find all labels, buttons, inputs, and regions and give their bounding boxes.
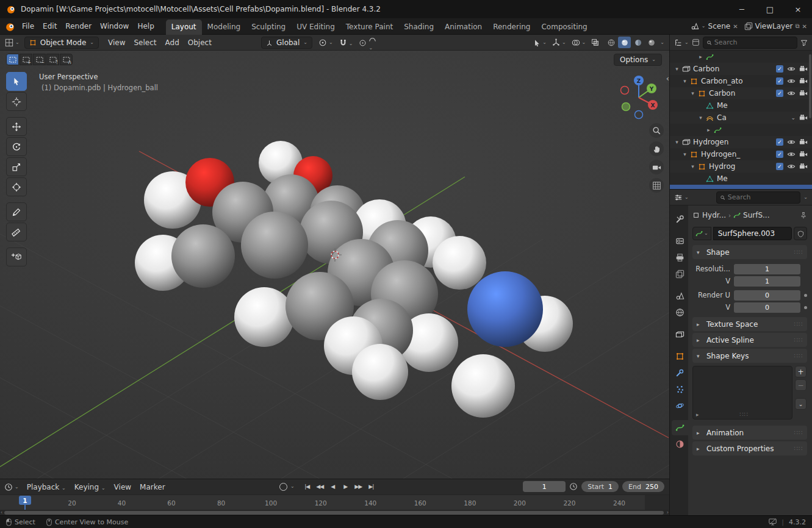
number-field-v[interactable]: 1 <box>734 276 800 287</box>
fake-user-shield-icon[interactable] <box>794 227 807 240</box>
camera-icon[interactable] <box>799 138 808 146</box>
panel-custom-properties[interactable]: ▸ Custom Properties ∷∷ <box>692 441 807 455</box>
transport-next-keyframe[interactable]: ▶▶ <box>353 481 364 492</box>
shading-solid-button[interactable] <box>618 37 631 48</box>
scene-browse-icon[interactable] <box>691 22 699 30</box>
chevron-down-icon[interactable]: ▾ <box>681 151 689 157</box>
atom-hydrogen[interactable] <box>433 236 486 290</box>
outliner-row-carbon[interactable]: ▾Carbon✓ <box>670 63 812 75</box>
panel-grip-icon[interactable]: ∷∷ <box>794 352 803 359</box>
panel-active-spline[interactable]: ▸ Active Spline ∷∷ <box>692 333 807 347</box>
list-filter-toggle-icon[interactable]: ▸ <box>696 412 699 418</box>
outliner-search[interactable] <box>703 37 797 49</box>
properties-tab-object[interactable] <box>672 349 688 364</box>
outliner-item-label[interactable]: Ca <box>717 113 791 122</box>
outliner-item-label[interactable]: Hydrogen_ <box>701 150 776 159</box>
timeline-menu-keying[interactable]: Keying ⌄ <box>70 481 110 493</box>
select-mode-extend[interactable]: + <box>20 54 32 65</box>
snap-target-dropdown[interactable]: ⌄ <box>349 38 353 47</box>
datablock-browse-dropdown[interactable]: ⌄ <box>692 227 711 240</box>
shading-material-button[interactable] <box>631 37 644 48</box>
gizmos-dropdown[interactable]: ⌄ <box>552 38 566 46</box>
menu-file[interactable]: File <box>18 20 38 32</box>
scale-tool[interactable] <box>6 157 27 176</box>
transform-tool[interactable] <box>6 177 27 196</box>
gizmo-negative-y[interactable] <box>622 103 630 111</box>
properties-options-dropdown[interactable]: ⌄ <box>803 195 808 200</box>
auto-keying-record-icon[interactable] <box>279 483 287 491</box>
workspace-tab-shading[interactable]: Shading <box>398 20 439 35</box>
panel-grip-icon[interactable]: ∷∷ <box>794 445 803 452</box>
breadcrumb-data[interactable]: SurfS... <box>743 211 769 219</box>
properties-tab-object-data[interactable] <box>672 420 688 435</box>
transport-previous-keyframe[interactable]: ◀◀ <box>314 481 326 492</box>
properties-tab-material[interactable] <box>672 437 688 452</box>
add-shape-key-button[interactable]: + <box>795 366 807 377</box>
atom-hydrogen[interactable] <box>352 344 408 400</box>
shape-key-list[interactable]: ▸ ∷∷ <box>692 366 792 419</box>
rotate-tool[interactable] <box>6 137 27 156</box>
atom-carbon[interactable] <box>171 224 235 288</box>
chevron-down-icon[interactable]: ▾ <box>689 90 697 96</box>
select-mode-intersect[interactable]: ∩ <box>60 54 73 65</box>
camera-icon[interactable] <box>799 65 808 73</box>
properties-search[interactable] <box>716 191 801 204</box>
camera-icon[interactable] <box>799 162 808 171</box>
animate-property-dot[interactable] <box>804 294 807 297</box>
timeline-scrollbar[interactable] <box>4 511 664 515</box>
properties-tab-output[interactable] <box>672 250 688 265</box>
outliner-item-label[interactable]: Carbon <box>693 65 776 73</box>
overlays-dropdown[interactable]: ⌄ <box>572 38 586 47</box>
atom-hydrogen[interactable] <box>234 287 294 347</box>
transport-play-reverse[interactable]: ◀ <box>327 481 339 492</box>
camera-icon[interactable] <box>799 113 808 122</box>
properties-tab-view-layer[interactable] <box>672 266 688 282</box>
eye-icon[interactable] <box>787 65 796 73</box>
orthographic-toggle-icon[interactable] <box>649 178 664 193</box>
panel-grip-icon[interactable]: ∷∷ <box>794 337 803 343</box>
chevron-down-icon[interactable]: ▾ <box>689 163 697 169</box>
atom-carbon[interactable] <box>241 212 308 279</box>
outliner-row-hydrogen[interactable]: ▾Hydrogen✓ <box>670 136 812 148</box>
maximize-button[interactable]: □ <box>756 0 784 18</box>
outliner-row-ca[interactable]: ▾Ca⌄ <box>670 112 812 124</box>
shading-wireframe-button[interactable] <box>605 37 617 48</box>
shading-rendered-button[interactable] <box>645 37 658 48</box>
animate-property-dot[interactable] <box>804 306 807 309</box>
scroll-right-arrow[interactable]: › <box>667 510 669 515</box>
select-mode-invert[interactable]: ! <box>46 54 59 65</box>
outliner-row-carbon[interactable]: ▾Carbon✓ <box>670 87 812 99</box>
gizmo-negative-x[interactable] <box>621 87 629 95</box>
eye-icon[interactable] <box>787 89 796 98</box>
viewport-menu-select[interactable]: Select <box>129 37 160 49</box>
menu-window[interactable]: Window <box>96 20 133 32</box>
checkbox-checked-icon[interactable]: ✓ <box>776 65 783 73</box>
chevron-down-icon[interactable]: ▾ <box>697 115 705 121</box>
properties-tab-tool[interactable] <box>672 212 688 227</box>
workspace-tab-sculpting[interactable]: Sculpting <box>246 20 291 35</box>
add-cube-tool[interactable] <box>6 248 27 266</box>
panel-shape-keys[interactable]: ▾ Shape Keys ∷∷ <box>692 349 807 363</box>
transport-jump-to-end[interactable]: ▶| <box>365 481 377 492</box>
number-field-resoluti[interactable]: 1 <box>734 264 800 274</box>
menu-help[interactable]: Help <box>133 20 158 32</box>
outliner-item-label[interactable]: Hydrog <box>709 162 776 171</box>
keying-popover-dropdown[interactable]: ⌄ <box>290 484 295 489</box>
chevron-down-icon[interactable]: ▾ <box>681 78 689 84</box>
outliner-item-label[interactable]: Carbon <box>709 89 776 98</box>
list-resize-grip-icon[interactable]: ∷∷ <box>739 411 749 418</box>
viewlayer-name[interactable]: ViewLayer <box>755 22 793 30</box>
transform-orientation-dropdown[interactable]: Global⌄ <box>261 37 312 49</box>
transport-play[interactable]: ▶ <box>340 481 351 492</box>
timeline-editor-type-dropdown[interactable]: ⌄ <box>4 483 19 491</box>
outliner-row-me[interactable]: Me <box>670 173 812 185</box>
camera-icon[interactable] <box>799 150 808 159</box>
use-preview-range-icon[interactable] <box>569 482 578 491</box>
menu-edit[interactable]: Edit <box>38 20 61 32</box>
outliner-row[interactable] <box>670 185 812 189</box>
minimize-button[interactable]: ─ <box>728 0 756 18</box>
chevron-down-icon[interactable]: ▾ <box>673 139 681 145</box>
pin-icon[interactable] <box>800 212 807 219</box>
selectability-visibility-dropdown[interactable]: ⌄ <box>533 39 547 46</box>
shape-key-specials-dropdown[interactable]: ⌄ <box>795 398 807 410</box>
